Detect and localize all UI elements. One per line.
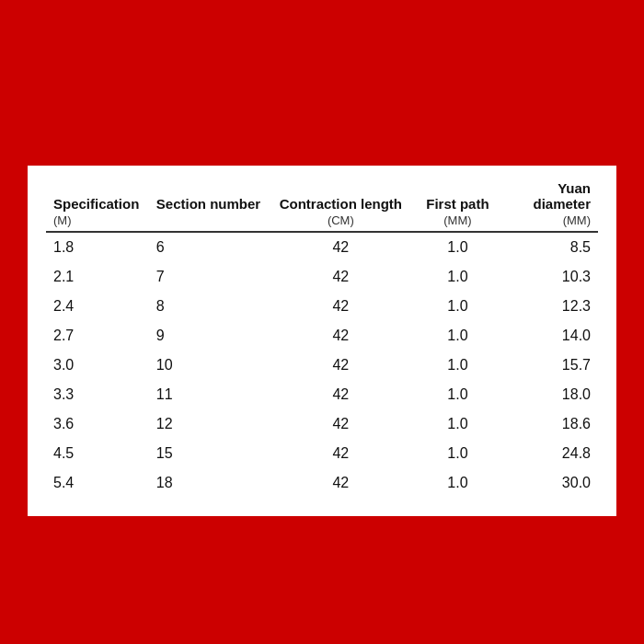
table-row: 2.79421.014.0	[46, 321, 598, 351]
table-body: 1.86421.08.52.17421.010.32.48421.012.32.…	[46, 233, 598, 498]
cell-cont: 42	[270, 409, 411, 439]
cell-spec: 4.5	[46, 439, 149, 468]
unit-section-number	[149, 213, 270, 231]
cell-spec: 3.6	[46, 409, 149, 439]
unit-yuan-diameter: (MM)	[504, 213, 598, 231]
header-row: Specification Section number Contraction…	[46, 175, 598, 213]
cell-yuan: 18.6	[504, 409, 598, 439]
cell-sec: 6	[149, 233, 270, 262]
unit-row: (M) (CM) (MM) (MM)	[46, 213, 598, 231]
table-row: 3.311421.018.0	[46, 380, 598, 409]
unit-first-path: (MM)	[411, 213, 505, 231]
cell-cont: 42	[270, 468, 411, 498]
cell-cont: 42	[270, 292, 411, 321]
cell-spec: 2.4	[46, 292, 149, 321]
cell-yuan: 12.3	[504, 292, 598, 321]
cell-first: 1.0	[411, 292, 505, 321]
cell-sec: 15	[149, 439, 270, 468]
table-row: 3.612421.018.6	[46, 409, 598, 439]
cell-first: 1.0	[411, 380, 505, 409]
cell-yuan: 14.0	[504, 321, 598, 351]
data-table: Specification Section number Contraction…	[46, 175, 598, 498]
cell-yuan: 30.0	[504, 468, 598, 498]
cell-first: 1.0	[411, 409, 505, 439]
cell-cont: 42	[270, 321, 411, 351]
header-contraction-length: Contraction length	[270, 175, 411, 213]
cell-first: 1.0	[411, 321, 505, 351]
cell-first: 1.0	[411, 468, 505, 498]
cell-sec: 11	[149, 380, 270, 409]
header-section-number: Section number	[149, 175, 270, 213]
cell-spec: 2.1	[46, 262, 149, 292]
cell-yuan: 24.8	[504, 439, 598, 468]
cell-spec: 5.4	[46, 468, 149, 498]
cell-spec: 3.0	[46, 351, 149, 380]
table-row: 1.86421.08.5	[46, 233, 598, 262]
cell-cont: 42	[270, 262, 411, 292]
unit-specification: (M)	[46, 213, 149, 231]
cell-yuan: 8.5	[504, 233, 598, 262]
cell-first: 1.0	[411, 233, 505, 262]
header-specification: Specification	[46, 175, 149, 213]
unit-contraction-length: (CM)	[270, 213, 411, 231]
cell-sec: 10	[149, 351, 270, 380]
cell-spec: 1.8	[46, 233, 149, 262]
cell-cont: 42	[270, 351, 411, 380]
cell-sec: 9	[149, 321, 270, 351]
cell-first: 1.0	[411, 262, 505, 292]
cell-yuan: 10.3	[504, 262, 598, 292]
cell-sec: 18	[149, 468, 270, 498]
cell-first: 1.0	[411, 439, 505, 468]
cell-sec: 12	[149, 409, 270, 439]
table-row: 2.48421.012.3	[46, 292, 598, 321]
cell-cont: 42	[270, 439, 411, 468]
table-row: 2.17421.010.3	[46, 262, 598, 292]
cell-spec: 3.3	[46, 380, 149, 409]
cell-spec: 2.7	[46, 321, 149, 351]
cell-cont: 42	[270, 380, 411, 409]
table-row: 4.515421.024.8	[46, 439, 598, 468]
table-row: 5.418421.030.0	[46, 468, 598, 498]
table-row: 3.010421.015.7	[46, 351, 598, 380]
cell-sec: 8	[149, 292, 270, 321]
header-first-path: First path	[411, 175, 505, 213]
cell-yuan: 15.7	[504, 351, 598, 380]
cell-sec: 7	[149, 262, 270, 292]
table-container: Specification Section number Contraction…	[28, 166, 616, 516]
cell-first: 1.0	[411, 351, 505, 380]
cell-cont: 42	[270, 233, 411, 262]
cell-yuan: 18.0	[504, 380, 598, 409]
header-yuan-diameter: Yuan diameter	[504, 175, 598, 213]
